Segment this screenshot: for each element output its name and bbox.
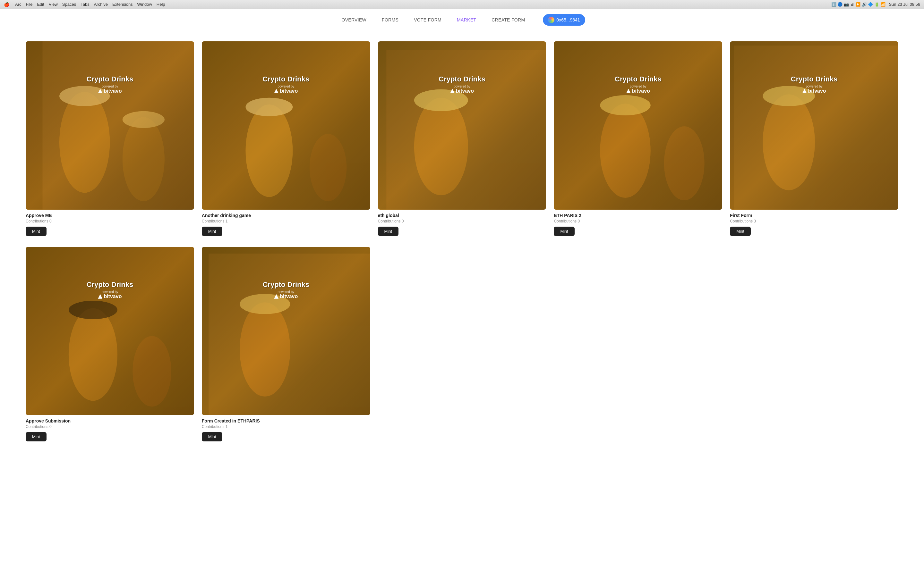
card-bitvavo-4: bitvavo <box>554 88 722 94</box>
card-form-created-ethparis[interactable]: Crypto Drinks powered by bitvavo Form Cr… <box>202 247 370 445</box>
titlebar-menu: Arc File Edit View Spaces Tabs Archive E… <box>15 2 165 7</box>
card-eth-global[interactable]: Crypto Drinks powered by bitvavo eth glo… <box>378 41 546 239</box>
titlebar: 🍎 Arc File Edit View Spaces Tabs Archive… <box>0 0 924 9</box>
menu-spaces[interactable]: Spaces <box>62 2 76 7</box>
card-contributions-1: Contributions 0 <box>26 219 194 223</box>
mint-button-3[interactable]: Mint <box>378 227 399 236</box>
svg-point-8 <box>246 105 292 197</box>
beer-illustration-3 <box>378 41 546 210</box>
card-image-inner-6: Crypto Drinks powered by bitvavo <box>26 247 194 415</box>
menu-arc[interactable]: Arc <box>15 2 21 7</box>
card-crypto-drinks-title-7: Crypto Drinks <box>202 280 370 289</box>
menu-extensions[interactable]: Extensions <box>112 2 133 7</box>
nav-create-form[interactable]: CREATE FORM <box>489 16 527 24</box>
svg-point-5 <box>123 111 165 128</box>
svg-point-26 <box>69 308 118 401</box>
card-overlay-2: Crypto Drinks powered by bitvavo <box>202 75 370 94</box>
card-crypto-drinks-title-4: Crypto Drinks <box>554 75 722 83</box>
card-image-4: Crypto Drinks powered by bitvavo <box>554 41 722 210</box>
bitvavo-logo-shape-1 <box>98 89 102 93</box>
bitvavo-logo-shape-6 <box>98 294 102 299</box>
card-contributions-7: Contributions 1 <box>202 424 370 429</box>
svg-point-2 <box>59 92 110 193</box>
menu-edit[interactable]: Edit <box>37 2 44 7</box>
card-image-inner-7: Crypto Drinks powered by bitvavo <box>202 247 370 415</box>
card-image-inner-3: Crypto Drinks powered by bitvavo <box>378 41 546 210</box>
menu-window[interactable]: Window <box>137 2 152 7</box>
card-info-4: ETH PARIS 2 Contributions 0 Mint <box>554 210 722 239</box>
beer-illustration-4 <box>554 41 722 210</box>
svg-point-19 <box>664 126 704 200</box>
card-overlay-1: Crypto Drinks powered by bitvavo <box>26 75 194 94</box>
card-approve-me[interactable]: Crypto Drinks powered by bitvavo Approve… <box>26 41 194 239</box>
svg-point-28 <box>132 336 171 406</box>
svg-point-17 <box>600 103 651 198</box>
card-crypto-drinks-title-2: Crypto Drinks <box>202 75 370 83</box>
svg-point-22 <box>763 94 815 190</box>
svg-point-18 <box>600 95 651 115</box>
card-powered-by-3: powered by <box>378 85 546 88</box>
card-image-3: Crypto Drinks powered by bitvavo <box>378 41 546 210</box>
card-info-6: Approve Submission Contributions 0 Mint <box>26 415 194 445</box>
beer-illustration-2 <box>202 41 370 210</box>
card-bitvavo-7: bitvavo <box>202 293 370 300</box>
card-overlay-4: Crypto Drinks powered by bitvavo <box>554 75 722 94</box>
mint-button-1[interactable]: Mint <box>26 227 47 236</box>
svg-point-9 <box>246 98 292 116</box>
card-contributions-3: Contributions 0 <box>378 219 546 223</box>
mint-button-6[interactable]: Mint <box>26 432 47 442</box>
menu-help[interactable]: Help <box>157 2 165 7</box>
svg-point-31 <box>240 302 290 396</box>
menu-view[interactable]: View <box>49 2 58 7</box>
card-contributions-2: Contributions 1 <box>202 219 370 223</box>
card-powered-by-2: powered by <box>202 85 370 88</box>
card-grid-row1: Crypto Drinks powered by bitvavo Approve… <box>26 41 898 239</box>
card-bitvavo-2: bitvavo <box>202 88 370 94</box>
nav-vote-form[interactable]: VOTE FORM <box>411 16 444 24</box>
card-image-5: Crypto Drinks powered by bitvavo <box>730 41 898 210</box>
card-name-7: Form Created in ETHPARIS <box>202 418 370 424</box>
menu-tabs[interactable]: Tabs <box>81 2 89 7</box>
mint-button-5[interactable]: Mint <box>730 227 751 236</box>
card-crypto-drinks-title-3: Crypto Drinks <box>378 75 546 83</box>
card-another-drinking-game[interactable]: Crypto Drinks powered by bitvavo Another… <box>202 41 370 239</box>
card-bitvavo-5: bitvavo <box>730 88 898 94</box>
titlebar-right: ℹ️ 🔵 📷 🖥 ▶️ 🔊 🔷 🔋 📶 Sun 23 Jul 08:56 <box>831 2 920 7</box>
navbar: OVERVIEW FORMS VOTE FORM MARKET CREATE F… <box>0 9 924 31</box>
bitvavo-logo-shape-7 <box>274 294 278 299</box>
nav-market[interactable]: MARKET <box>454 16 479 24</box>
menu-archive[interactable]: Archive <box>94 2 108 7</box>
beer-illustration-1 <box>26 41 194 210</box>
card-info-7: Form Created in ETHPARIS Contributions 1… <box>202 415 370 445</box>
card-overlay-3: Crypto Drinks powered by bitvavo <box>378 75 546 94</box>
card-bitvavo-3: bitvavo <box>378 88 546 94</box>
card-image-7: Crypto Drinks powered by bitvavo <box>202 247 370 415</box>
card-contributions-4: Contributions 0 <box>554 219 722 223</box>
card-approve-submission[interactable]: Crypto Drinks powered by bitvavo Approve… <box>26 247 194 445</box>
card-image-inner-4: Crypto Drinks powered by bitvavo <box>554 41 722 210</box>
mint-button-7[interactable]: Mint <box>202 432 223 442</box>
card-overlay-5: Crypto Drinks powered by bitvavo <box>730 75 898 94</box>
card-powered-by-7: powered by <box>202 290 370 293</box>
apple-menu[interactable]: 🍎 <box>4 2 9 7</box>
card-name-6: Approve Submission <box>26 418 194 424</box>
mint-button-2[interactable]: Mint <box>202 227 223 236</box>
wallet-button[interactable]: 0x65...9841 <box>543 14 585 26</box>
nav-overview[interactable]: OVERVIEW <box>339 16 369 24</box>
card-powered-by-1: powered by <box>26 85 194 88</box>
card-eth-paris-2[interactable]: Crypto Drinks powered by bitvavo ETH PAR… <box>554 41 722 239</box>
mint-button-4[interactable]: Mint <box>554 227 575 236</box>
svg-point-27 <box>69 301 118 319</box>
menu-file[interactable]: File <box>26 2 33 7</box>
card-first-form[interactable]: Crypto Drinks powered by bitvavo First F… <box>730 41 898 239</box>
titlebar-left: 🍎 Arc File Edit View Spaces Tabs Archive… <box>4 2 165 7</box>
beer-illustration-6 <box>26 247 194 415</box>
card-info-5: First Form Contributions 3 Mint <box>730 210 898 239</box>
card-image-inner-2: Crypto Drinks powered by bitvavo <box>202 41 370 210</box>
card-image-2: Crypto Drinks powered by bitvavo <box>202 41 370 210</box>
card-powered-by-6: powered by <box>26 290 194 293</box>
card-image-6: Crypto Drinks powered by bitvavo <box>26 247 194 415</box>
bitvavo-logo-shape-5 <box>803 89 807 93</box>
card-overlay-6: Crypto Drinks powered by bitvavo <box>26 280 194 300</box>
nav-forms[interactable]: FORMS <box>379 16 401 24</box>
